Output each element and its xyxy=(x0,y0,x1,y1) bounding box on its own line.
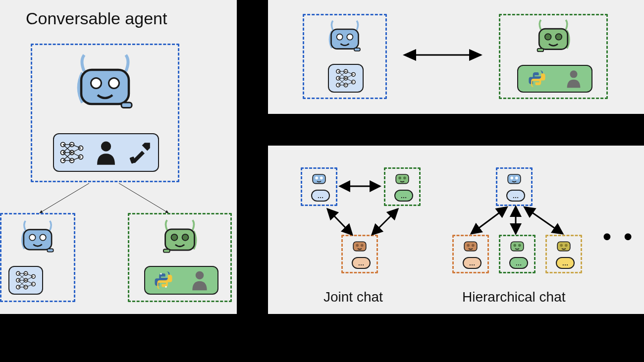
conversable-agent-box xyxy=(31,44,179,182)
hier-top-chip: … xyxy=(506,190,525,202)
ellipsis-icon: … xyxy=(513,192,519,200)
svg-point-1 xyxy=(91,78,102,89)
svg-point-83 xyxy=(556,34,562,40)
hier-top-box: … xyxy=(496,167,533,206)
hier-chat-label: Hierarchical chat xyxy=(462,289,566,305)
robot-blue-small-icon xyxy=(16,217,59,261)
svg-point-82 xyxy=(545,34,551,40)
person-icon xyxy=(565,69,583,89)
robot-orange-icon xyxy=(461,236,481,256)
pair-green-chip xyxy=(517,65,592,93)
svg-point-28 xyxy=(29,234,35,240)
svg-point-100 xyxy=(515,177,518,180)
svg-point-29 xyxy=(40,234,46,240)
svg-point-106 xyxy=(518,244,521,247)
left-panel: Conversable agent xyxy=(0,0,237,314)
python-icon xyxy=(528,69,546,88)
svg-point-59 xyxy=(347,34,353,40)
tools-icon xyxy=(127,139,154,166)
robot-green-icon xyxy=(507,236,527,256)
svg-point-108 xyxy=(560,244,563,247)
hier-green-box: … xyxy=(499,235,536,273)
svg-point-99 xyxy=(510,177,513,180)
hier-arrows xyxy=(451,204,590,239)
pair-blue-box xyxy=(303,14,387,99)
svg-line-96 xyxy=(328,210,352,235)
svg-point-105 xyxy=(513,244,516,247)
ellipsis-icon: … xyxy=(516,259,522,267)
person-icon xyxy=(95,139,117,166)
ellipsis-icon: … xyxy=(562,259,569,267)
robot-blue-icon xyxy=(504,169,524,189)
joint-arrows xyxy=(298,165,427,279)
ellipsis-icon: … xyxy=(469,259,476,267)
assistant-chip xyxy=(8,266,43,295)
svg-rect-30 xyxy=(47,249,53,252)
svg-point-55 xyxy=(165,286,166,288)
hier-orange-box: … xyxy=(452,235,489,273)
robot-green-icon xyxy=(531,16,576,61)
svg-point-54 xyxy=(160,273,161,274)
hier-green-chip: … xyxy=(509,257,528,269)
svg-rect-60 xyxy=(354,48,360,51)
svg-point-2 xyxy=(109,78,119,89)
hier-yellow-chip: … xyxy=(556,257,575,269)
svg-rect-53 xyxy=(163,249,170,252)
assistant-agent-box xyxy=(0,213,75,302)
joint-chat-label: Joint chat xyxy=(323,289,383,305)
svg-point-56 xyxy=(195,271,204,280)
robot-blue-icon xyxy=(323,17,366,60)
hier-yellow-box: … xyxy=(545,235,582,273)
svg-point-52 xyxy=(182,234,189,241)
userproxy-agent-box xyxy=(128,213,232,302)
svg-point-58 xyxy=(337,34,343,40)
neural-net-icon xyxy=(14,269,37,292)
svg-point-109 xyxy=(565,244,568,247)
robot-green-icon xyxy=(157,216,203,262)
svg-rect-84 xyxy=(537,49,544,52)
svg-line-110 xyxy=(471,208,506,234)
svg-point-85 xyxy=(570,70,577,78)
two-agent-panel xyxy=(268,0,644,114)
robot-yellow-icon xyxy=(554,236,574,256)
bidir-arrow xyxy=(402,48,486,62)
capability-chip xyxy=(53,133,159,172)
neural-net-icon xyxy=(334,67,357,90)
svg-rect-3 xyxy=(121,103,132,108)
svg-point-102 xyxy=(467,244,470,247)
svg-line-25 xyxy=(40,183,89,213)
pair-blue-chip xyxy=(328,64,364,93)
left-title: Conversable agent xyxy=(26,9,167,28)
svg-point-67 xyxy=(352,73,356,77)
pair-green-box xyxy=(499,14,608,99)
svg-line-97 xyxy=(372,210,397,235)
python-icon xyxy=(154,270,173,290)
userproxy-chip xyxy=(144,266,218,295)
more-patterns-ellipsis-icon: • • xyxy=(603,223,635,250)
svg-point-23 xyxy=(101,142,111,152)
svg-line-26 xyxy=(119,183,168,213)
svg-line-112 xyxy=(526,208,563,234)
svg-point-68 xyxy=(352,80,356,84)
person-icon xyxy=(190,269,210,291)
multi-agent-panel: … … … Joint chat … … xyxy=(268,146,644,314)
robot-blue-icon xyxy=(68,49,142,123)
neural-net-icon xyxy=(58,139,85,166)
svg-point-103 xyxy=(472,244,475,247)
svg-point-51 xyxy=(171,234,178,241)
hier-orange-chip: … xyxy=(463,257,482,269)
